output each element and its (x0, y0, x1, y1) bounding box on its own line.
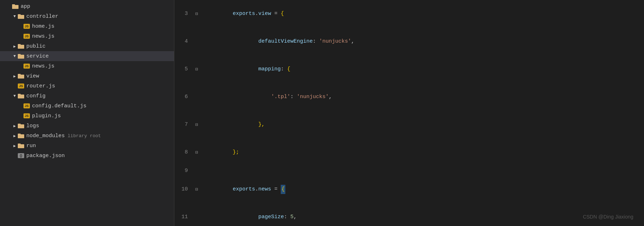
code-text (201, 166, 204, 176)
line-number: 11 (174, 212, 193, 222)
gutter-fold[interactable]: ⊟ (193, 122, 201, 128)
chevron-right-icon (11, 124, 18, 128)
gutter-fold[interactable]: ⊟ (193, 66, 201, 72)
code-text: defaultViewEngine: 'nunjucks', (201, 28, 354, 55)
chevron-right-icon (11, 144, 18, 148)
folder-icon (18, 133, 24, 139)
sidebar-item-controller[interactable]: controller (0, 11, 174, 21)
sidebar-item-label: package.json (26, 153, 65, 159)
sidebar-item-label: node_modules (26, 133, 65, 139)
sidebar-item-config-default-js[interactable]: JS config.default.js (0, 101, 174, 111)
sidebar-item-logs[interactable]: logs (0, 121, 174, 131)
code-text: exports.news = { (201, 176, 285, 203)
library-root-badge: library root (68, 133, 101, 139)
sidebar-item-label: view (26, 73, 39, 79)
code-text: mapping: { (201, 55, 290, 83)
svg-rect-17 (18, 144, 21, 145)
svg-rect-13 (18, 124, 21, 125)
gutter-fold[interactable]: ⊟ (193, 11, 201, 17)
sidebar-item-public[interactable]: public (0, 41, 174, 51)
code-line-4: 4 defaultViewEngine: 'nunjucks', (174, 28, 644, 55)
code-line-7: 7 ⊟ }, (174, 111, 644, 139)
code-text: }, (201, 111, 265, 139)
sidebar-item-plugin-js[interactable]: JS plugin.js (0, 111, 174, 121)
sidebar-item-config[interactable]: config (0, 91, 174, 101)
svg-rect-15 (18, 134, 21, 135)
sidebar-item-label: router.js (26, 83, 55, 89)
code-line-8: 8 ⊟ }; (174, 139, 644, 166)
js-icon: JS (23, 34, 30, 39)
sidebar-item-label: news.js (32, 63, 54, 69)
code-text: '.tpl': 'nunjucks', (201, 83, 332, 111)
chevron-right-icon (11, 44, 18, 49)
chevron-right-icon (11, 134, 18, 138)
code-line-6: 6 '.tpl': 'nunjucks', (174, 83, 644, 111)
sidebar-item-label: run (26, 143, 36, 149)
svg-rect-1 (12, 4, 15, 6)
sidebar-item-label: config (26, 93, 46, 99)
sidebar-item-label: public (26, 43, 46, 49)
js-icon: JS (23, 64, 30, 69)
code-text: }; (201, 139, 239, 166)
folder-icon (18, 14, 24, 19)
sidebar-item-label: plugin.js (32, 113, 61, 119)
sidebar-item-package-json[interactable]: {} package.json (0, 151, 174, 161)
sidebar-item-view[interactable]: view (0, 71, 174, 81)
folder-icon (18, 53, 24, 59)
code-text: pageSize: 5, (201, 203, 297, 226)
sidebar-item-service[interactable]: service (0, 51, 174, 61)
line-number: 9 (174, 166, 193, 176)
folder-icon (18, 43, 24, 49)
sidebar-item-run[interactable]: run (0, 141, 174, 151)
code-line-11: 11 pageSize: 5, (174, 203, 644, 226)
sidebar-item-label: home.js (32, 23, 54, 29)
line-number: 10 (174, 185, 193, 194)
line-number: 4 (174, 37, 193, 46)
code-line-3: 3 ⊟ exports.view = { (174, 0, 644, 28)
gutter-fold[interactable]: ⊟ (193, 150, 201, 155)
sidebar-item-node-modules[interactable]: node_modules library root (0, 131, 174, 141)
sidebar-item-news-js-svc[interactable]: JS news.js (0, 61, 174, 71)
json-icon: {} (18, 153, 24, 158)
chevron-down-icon (11, 14, 18, 18)
js-icon: JS (23, 113, 30, 118)
code-line-10: 10 ⊟ exports.news = { (174, 176, 644, 203)
sidebar-item-label: service (26, 53, 49, 59)
js-icon: JS (23, 103, 30, 108)
code-editor: 3 ⊟ exports.view = { 4 defaultViewEngine… (174, 0, 644, 226)
line-number: 5 (174, 65, 193, 74)
sidebar-item-app[interactable]: app (0, 1, 174, 11)
sidebar-item-home-js[interactable]: JS home.js (0, 21, 174, 31)
line-number: 8 (174, 148, 193, 157)
chevron-down-icon (11, 54, 18, 58)
sidebar-item-label: logs (26, 123, 39, 129)
js-icon: JS (23, 24, 30, 29)
line-number: 3 (174, 9, 193, 18)
svg-rect-5 (18, 44, 21, 45)
code-line-5: 5 ⊟ mapping: { (174, 55, 644, 83)
chevron-right-icon (11, 74, 18, 79)
gutter-fold[interactable]: ⊟ (193, 187, 201, 192)
svg-rect-9 (18, 74, 21, 75)
line-number: 6 (174, 92, 193, 102)
file-tree[interactable]: app controller JS home.js JS news.js pub… (0, 0, 174, 226)
code-line-9: 9 (174, 166, 644, 176)
sidebar-item-label: news.js (32, 33, 54, 39)
sidebar-item-label: app (21, 4, 30, 10)
folder-icon (18, 73, 24, 79)
folder-icon (18, 143, 24, 149)
watermark: CSDN @Ding Jiaxiong (583, 214, 633, 220)
sidebar-item-news-js-ctrl[interactable]: JS news.js (0, 31, 174, 41)
folder-icon (18, 93, 24, 99)
folder-icon (18, 123, 24, 129)
folder-icon (12, 4, 19, 9)
chevron-down-icon (11, 94, 18, 98)
code-text: exports.view = { (201, 0, 284, 28)
code-content-area[interactable]: 3 ⊟ exports.view = { 4 defaultViewEngine… (174, 0, 644, 226)
sidebar-item-label: config.default.js (32, 103, 86, 109)
svg-rect-11 (18, 94, 21, 95)
svg-rect-3 (18, 14, 21, 16)
svg-rect-7 (18, 54, 21, 55)
sidebar-item-router-js[interactable]: JS router.js (0, 81, 174, 91)
sidebar-item-label: controller (26, 14, 58, 20)
